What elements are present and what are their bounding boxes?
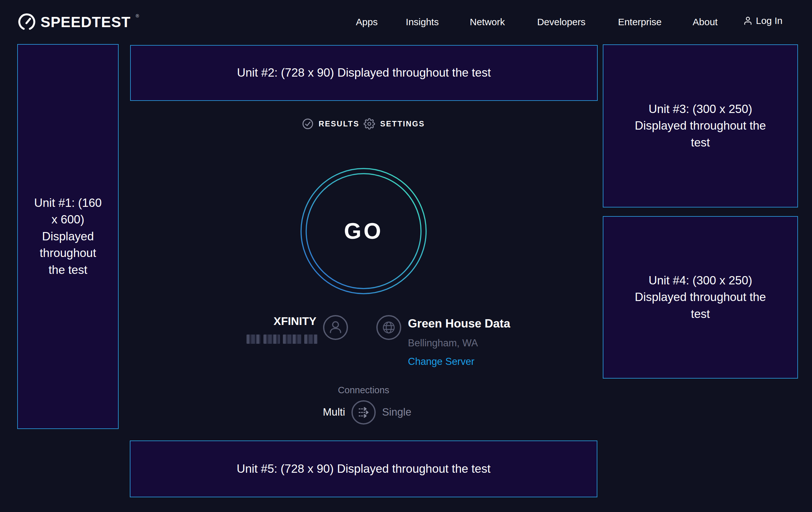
connections-option-single[interactable]: Single xyxy=(382,406,411,418)
speedtest-page: SPEEDTEST ® Apps Insights Network Develo… xyxy=(0,0,812,512)
speedometer-icon xyxy=(18,13,36,31)
tab-settings-label: SETTINGS xyxy=(380,119,425,128)
connections-toggle-icon[interactable] xyxy=(351,400,376,425)
nav-item-insights[interactable]: Insights xyxy=(406,17,438,27)
ad-unit-3[interactable]: Unit #3: (300 x 250) Displayed throughou… xyxy=(603,44,798,208)
gear-icon xyxy=(364,118,375,130)
server-globe-icon xyxy=(376,315,402,340)
ad-unit-4-label: Unit #4: (300 x 250) Displayed throughou… xyxy=(630,272,771,323)
check-circle-icon xyxy=(302,118,314,130)
registered-mark: ® xyxy=(136,14,139,19)
nav-item-network[interactable]: Network xyxy=(470,17,505,27)
go-button[interactable]: GO xyxy=(300,167,427,295)
login-label: Log In xyxy=(756,15,782,26)
nav-item-enterprise[interactable]: Enterprise xyxy=(618,17,662,27)
server-info: Green House Data Bellingham, WA Change S… xyxy=(408,317,510,368)
brand-name: SPEEDTEST xyxy=(40,14,131,31)
ad-unit-2-label: Unit #2: (728 x 90) Displayed throughout… xyxy=(237,64,491,81)
nav-item-developers[interactable]: Developers xyxy=(537,17,585,27)
server-name: Green House Data xyxy=(408,317,510,330)
change-server-link[interactable]: Change Server xyxy=(408,356,474,368)
ad-unit-1[interactable]: Unit #1: (160 x 600) Displayed throughou… xyxy=(17,44,119,429)
isp-detail-redacted xyxy=(246,334,318,344)
isp-user-icon xyxy=(323,315,348,340)
isp-name: XFINITY xyxy=(273,315,316,327)
ad-unit-1-label: Unit #1: (160 x 600) Displayed throughou… xyxy=(31,195,105,279)
tab-results-label: RESULTS xyxy=(319,119,359,128)
ad-unit-5[interactable]: Unit #5: (728 x 90) Displayed throughout… xyxy=(130,440,597,497)
go-label: GO xyxy=(300,167,427,295)
tab-results[interactable]: RESULTS xyxy=(302,118,359,130)
server-location: Bellingham, WA xyxy=(408,338,510,349)
nav-item-about[interactable]: About xyxy=(693,17,718,27)
ad-unit-2[interactable]: Unit #2: (728 x 90) Displayed throughout… xyxy=(130,45,598,101)
login-button[interactable]: Log In xyxy=(743,15,782,26)
ad-unit-5-label: Unit #5: (728 x 90) Displayed throughout… xyxy=(237,461,491,478)
ad-unit-4[interactable]: Unit #4: (300 x 250) Displayed throughou… xyxy=(603,216,798,379)
speedtest-logo[interactable]: SPEEDTEST ® xyxy=(18,13,139,31)
user-icon xyxy=(743,16,753,26)
connections-option-multi[interactable]: Multi xyxy=(323,406,345,418)
connections-label: Connections xyxy=(316,385,411,396)
ad-unit-3-label: Unit #3: (300 x 250) Displayed throughou… xyxy=(630,101,771,151)
nav-item-apps[interactable]: Apps xyxy=(356,17,378,27)
tab-settings[interactable]: SETTINGS xyxy=(364,118,425,130)
